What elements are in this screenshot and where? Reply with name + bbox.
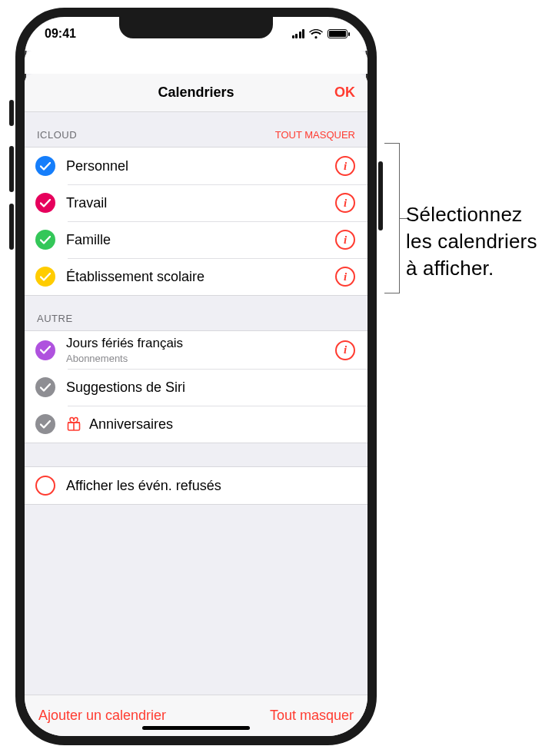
calendar-label: Anniversaires [89,416,355,433]
calendar-row-travail[interactable]: Travail i [25,184,367,221]
battery-icon [328,29,347,38]
calendar-sublabel: Abonnements [66,353,335,364]
phone-frame: 09:41 Calendriers OK ICLOUD TOUT MASQUER [15,8,377,745]
group-header-label: AUTRE [37,313,73,324]
calendar-row-personnel[interactable]: Personnel i [25,148,367,184]
info-icon[interactable]: i [335,340,355,360]
add-calendar-button[interactable]: Ajouter un calendrier [38,708,166,724]
status-time: 09:41 [45,27,76,41]
calendar-row-birthdays[interactable]: Anniversaires [25,406,367,443]
sheet-header: Calendriers OK [25,74,367,112]
phone-power-button [378,161,383,230]
wifi-icon [309,29,323,39]
calendar-row-holidays[interactable]: Jours fériés français Abonnements i [25,331,367,369]
callout-line: à afficher. [406,255,537,282]
callout-line: Sélectionnez [406,201,537,228]
hide-all-icloud-button[interactable]: TOUT MASQUER [275,129,355,141]
check-icon [35,414,55,434]
sheet-title: Calendriers [158,85,234,101]
sheet-backdrop [25,51,367,74]
phone-silent-switch [9,100,14,126]
callout-bracket [384,143,400,293]
callout-line: les calendriers [406,228,537,255]
declined-events-list: Afficher les évén. refusés [25,466,367,505]
calendar-label: Suggestions de Siri [66,380,355,396]
check-icon [35,230,55,250]
calendar-label: Jours fériés français [66,336,335,351]
show-declined-row[interactable]: Afficher les évén. refusés [25,467,367,504]
cellular-icon [292,29,305,38]
calendars-sheet: Calendriers OK ICLOUD TOUT MASQUER Perso… [25,74,367,736]
sheet-content: ICLOUD TOUT MASQUER Personnel i [25,112,367,695]
check-icon [35,193,55,213]
phone-volume-up [9,146,14,192]
check-icon [35,267,55,287]
group-header-other: AUTRE [25,296,367,330]
calendar-label: Personnel [66,158,335,174]
icloud-calendar-list: Personnel i Travail i Fami [25,147,367,296]
check-icon [35,156,55,176]
home-indicator[interactable] [142,726,250,730]
declined-label: Afficher les évén. refusés [66,478,355,494]
ok-button[interactable]: OK [334,74,355,111]
other-calendar-list: Jours fériés français Abonnements i Sugg… [25,330,367,443]
calendar-label: Établissement scolaire [66,269,335,285]
calendar-row-siri[interactable]: Suggestions de Siri [25,369,367,406]
gift-icon [66,416,81,432]
phone-volume-down [9,204,14,250]
info-icon[interactable]: i [335,267,355,287]
check-icon-empty [35,476,55,496]
group-header-icloud: ICLOUD TOUT MASQUER [25,112,367,147]
calendar-row-etablissement[interactable]: Établissement scolaire i [25,258,367,295]
callout-text: Sélectionnez les calendriers à afficher. [406,201,537,282]
info-icon[interactable]: i [335,193,355,213]
check-icon [35,340,55,360]
calendar-row-famille[interactable]: Famille i [25,221,367,258]
info-icon[interactable]: i [335,230,355,250]
info-icon[interactable]: i [335,156,355,176]
group-header-label: ICLOUD [37,129,77,141]
calendar-label: Famille [66,232,335,248]
hide-all-button[interactable]: Tout masquer [270,708,354,724]
phone-notch [119,17,273,38]
check-icon [35,377,55,397]
calendar-label: Travail [66,195,335,211]
